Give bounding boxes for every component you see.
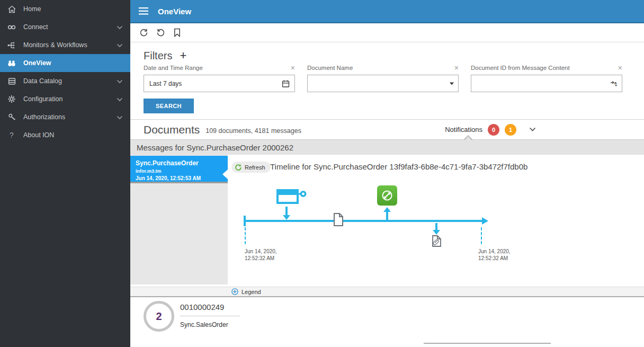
legend-label: Legend — [241, 289, 261, 295]
sidebar-item-configuration[interactable]: Configuration — [0, 90, 130, 108]
toolbar — [130, 23, 644, 42]
sidebar-item-label: Configuration — [23, 95, 117, 103]
messages-panel-title-bar: Messages for Sync.PurchaseOrder 2000262 — [130, 139, 644, 155]
related-document-id[interactable]: 0010000249 — [180, 302, 240, 316]
add-filter-button[interactable]: + — [180, 49, 186, 63]
time-line: 12:52:32 AM — [245, 255, 277, 262]
messages-panel-title: Messages for Sync.PurchaseOrder 2000262 — [137, 143, 293, 152]
refresh-icon — [235, 164, 242, 171]
sidebar: Home Connect Monitors & Workflows OneVie… — [0, 0, 130, 347]
sidebar-item-label: OneView — [23, 59, 123, 67]
svg-text:a: a — [614, 81, 617, 85]
filter-label: Document ID from Message Content — [471, 65, 570, 71]
attachment-document-icon[interactable] — [432, 235, 441, 249]
undo-icon[interactable] — [156, 28, 165, 37]
chevron-down-icon[interactable] — [529, 127, 536, 132]
gear-icon — [6, 94, 17, 104]
message-timestamp: Jun 14, 2020, 12:52:53 AM — [136, 175, 222, 181]
message-list-item-selected[interactable]: Sync.PurchaseOrder infor.m3.tm Jun 14, 2… — [130, 156, 228, 183]
database-icon — [6, 77, 17, 86]
chevron-down-icon — [117, 22, 123, 32]
sidebar-item-label: Home — [23, 5, 123, 13]
sidebar-item-authorizations[interactable]: Authorizations — [0, 108, 130, 126]
page-title: OneView — [158, 7, 191, 16]
timeline-title: Timeline for Sync.PurchaseOrder 13f9faf3… — [270, 162, 527, 171]
filters-section: Filters + Date and Time Range × Document — [130, 42, 644, 119]
date-range-input[interactable] — [144, 75, 294, 92]
main-area: OneView Filters + Date and Time Range — [130, 0, 644, 347]
sidebar-item-label: Authorizations — [23, 113, 117, 121]
key-icon — [6, 113, 17, 122]
timeline-axis — [245, 220, 482, 222]
binoculars-icon — [6, 59, 17, 68]
sidebar-item-label: Connect — [23, 23, 117, 31]
bookmark-icon[interactable] — [173, 28, 181, 37]
filter-label: Date and Time Range — [144, 65, 203, 71]
error-count-badge[interactable]: 0 — [488, 124, 499, 136]
timeline-refresh-label: Refresh — [245, 164, 265, 171]
popup-caret-fill — [464, 136, 472, 140]
timeline-start-boundary — [245, 227, 246, 244]
timeline-refresh-button[interactable]: Refresh — [231, 162, 271, 173]
date-line: Jun 14, 2020, — [478, 248, 511, 255]
message-list: Sync.PurchaseOrder infor.m3.tm Jun 14, 2… — [130, 155, 228, 284]
sidebar-item-label: Monitors & Workflows — [23, 41, 117, 49]
messages-content: Sync.PurchaseOrder infor.m3.tm Jun 14, 2… — [130, 155, 644, 287]
sidebar-item-label: Data Catalog — [23, 77, 117, 85]
legend-toggle[interactable]: Legend — [231, 288, 261, 295]
filters-heading: Filters + — [144, 49, 186, 63]
filter-document-name: Document Name × — [307, 65, 459, 92]
document-icon[interactable] — [334, 213, 343, 228]
related-document-info: 0010000249 Sync.SalesOrder — [180, 302, 240, 328]
sidebar-item-oneview[interactable]: OneView — [0, 54, 130, 72]
calendar-icon[interactable] — [281, 79, 290, 88]
refresh-icon[interactable] — [139, 28, 148, 37]
sidebar-item-monitors-workflows[interactable]: Monitors & Workflows — [0, 36, 130, 54]
connect-icon — [6, 23, 17, 32]
expand-plus-icon — [231, 288, 238, 295]
chevron-down-icon — [117, 112, 123, 122]
notifications-label: Notifications — [445, 126, 482, 134]
sync-event-icon[interactable] — [377, 185, 397, 206]
chevron-down-icon — [117, 40, 123, 50]
hamburger-menu-icon[interactable] — [139, 7, 148, 15]
warning-count-badge[interactable]: 1 — [505, 124, 516, 136]
related-documents-section: 2 0010000249 Sync.SalesOrder — [130, 297, 644, 347]
timeline-axis-arrowhead — [482, 217, 488, 225]
related-count: 2 — [156, 310, 162, 323]
filter-date-time-range: Date and Time Range × — [144, 65, 295, 92]
home-icon — [6, 5, 17, 14]
chevron-down-icon — [117, 76, 123, 86]
timeline-start-date: Jun 14, 2020, 12:52:32 AM — [245, 248, 277, 262]
dropdown-arrow-icon[interactable] — [450, 82, 454, 85]
documents-summary: 109 documents, 4181 messages — [205, 127, 301, 135]
timeline-end-boundary — [481, 227, 482, 244]
clear-filter-icon[interactable]: × — [454, 65, 459, 70]
message-name: Sync.PurchaseOrder — [136, 159, 222, 167]
clear-filter-icon[interactable]: × — [618, 65, 622, 70]
filters-heading-label: Filters — [144, 50, 172, 62]
message-source: infor.m3.tm — [136, 168, 222, 174]
question-icon: ? — [6, 131, 17, 139]
insert-text-icon: a — [610, 80, 618, 87]
workflows-icon — [6, 41, 17, 50]
related-document-name: Sync.SalesOrder — [180, 321, 240, 328]
sidebar-item-connect[interactable]: Connect — [0, 18, 130, 36]
search-button[interactable]: SEARCH — [144, 99, 194, 113]
document-name-select[interactable] — [308, 75, 458, 92]
filter-label: Document Name — [307, 65, 353, 71]
document-id-input[interactable] — [471, 75, 622, 92]
selection-pointer — [222, 170, 228, 179]
documents-header: Documents 109 documents, 4181 messages N… — [130, 119, 644, 139]
sidebar-item-home[interactable]: Home — [0, 0, 130, 18]
sidebar-item-label: About ION — [23, 131, 123, 139]
date-line: Jun 14, 2020, — [245, 248, 277, 255]
oneview-app: Home Connect Monitors & Workflows OneVie… — [0, 0, 644, 347]
related-count-circle[interactable]: 2 — [144, 301, 174, 332]
legend-bar: Legend — [130, 287, 644, 297]
sidebar-item-data-catalog[interactable]: Data Catalog — [0, 72, 130, 90]
connection-point-icon[interactable] — [276, 188, 308, 208]
time-line: 12:52:32 AM — [478, 255, 511, 262]
clear-filter-icon[interactable]: × — [291, 65, 295, 70]
sidebar-item-about-ion[interactable]: ? About ION — [0, 126, 130, 144]
